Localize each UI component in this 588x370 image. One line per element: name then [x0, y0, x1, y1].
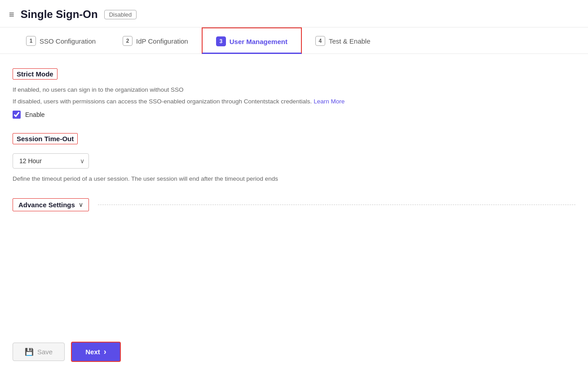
tab-sso-configuration[interactable]: 1 SSO Configuration: [13, 28, 109, 53]
main-content: Strict Mode If enabled, no users can sig…: [0, 54, 588, 335]
tab-label-test: Test & Enable: [329, 37, 371, 45]
next-button[interactable]: Next ›: [71, 342, 121, 362]
advance-settings-row: Advance Settings ∨: [13, 198, 575, 211]
advance-dashed-divider: [98, 205, 575, 205]
session-timeout-desc: Define the timeout period of a user sess…: [13, 174, 575, 184]
strict-mode-section: Strict Mode If enabled, no users can sig…: [13, 68, 575, 119]
strict-mode-title: Strict Mode: [13, 68, 57, 80]
status-badge: Disabled: [104, 10, 137, 19]
tab-number-4: 4: [315, 36, 325, 46]
tab-label-idp: IdP Configuration: [136, 37, 188, 45]
enable-label: Enable: [25, 111, 45, 118]
session-timeout-title: Session Time-Out: [13, 133, 78, 144]
advance-chevron-icon: ∨: [79, 201, 83, 208]
hamburger-icon[interactable]: ≡: [9, 9, 14, 20]
enable-checkbox-row: Enable: [13, 111, 575, 119]
session-timeout-section: Session Time-Out 1 Hour 2 Hour 6 Hour 12…: [13, 133, 575, 184]
save-button[interactable]: 💾 Save: [13, 343, 65, 361]
tab-test-enable[interactable]: 4 Test & Enable: [302, 28, 384, 53]
tab-number-1: 1: [26, 36, 36, 46]
tab-user-management[interactable]: 3 User Management: [202, 27, 302, 54]
tab-idp-configuration[interactable]: 2 IdP Configuration: [109, 28, 202, 53]
page-title: Single Sign-On: [21, 8, 98, 21]
tab-number-3: 3: [216, 36, 226, 46]
tab-label-sso: SSO Configuration: [40, 37, 96, 45]
footer-buttons: 💾 Save Next ›: [0, 335, 588, 370]
session-timeout-dropdown-wrapper: 1 Hour 2 Hour 6 Hour 12 Hour 24 Hour ∨: [13, 153, 89, 169]
strict-mode-desc1: If enabled, no users can sign in to the …: [13, 85, 575, 95]
tab-number-2: 2: [123, 36, 133, 46]
save-label: Save: [37, 348, 53, 356]
advance-settings-toggle[interactable]: Advance Settings ∨: [13, 198, 89, 211]
next-arrow-icon: ›: [104, 347, 106, 357]
save-icon: 💾: [25, 348, 34, 356]
strict-mode-desc2: If disabled, users with permissions can …: [13, 97, 575, 107]
strict-mode-checkbox[interactable]: [13, 111, 21, 119]
session-timeout-dropdown-row: 1 Hour 2 Hour 6 Hour 12 Hour 24 Hour ∨: [13, 153, 575, 169]
next-label: Next: [85, 348, 100, 356]
header: ≡ Single Sign-On Disabled: [0, 0, 588, 27]
learn-more-link[interactable]: Learn More: [314, 98, 345, 105]
tab-label-user-mgmt: User Management: [230, 38, 287, 45]
advance-settings-label: Advance Settings: [18, 201, 75, 209]
session-timeout-select[interactable]: 1 Hour 2 Hour 6 Hour 12 Hour 24 Hour: [13, 153, 89, 169]
tabs-container: 1 SSO Configuration 2 IdP Configuration …: [0, 27, 588, 54]
